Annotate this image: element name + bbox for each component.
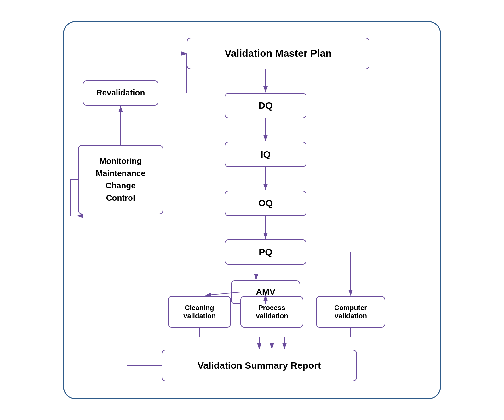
iq-box: IQ bbox=[225, 142, 306, 167]
vmp-box: Validation Master Plan bbox=[187, 38, 369, 69]
flowchart-container: Validation Master Plan DQ IQ OQ PQ AMV C… bbox=[63, 21, 441, 399]
computer-box: Computer Validation bbox=[316, 296, 385, 328]
cleaning-box: Cleaning Validation bbox=[168, 296, 231, 328]
process-box: Process Validation bbox=[240, 296, 303, 328]
monitoring-box: Monitoring Maintenance Change Control bbox=[78, 145, 163, 214]
oq-box: OQ bbox=[225, 191, 306, 216]
revalidation-box: Revalidation bbox=[83, 80, 158, 106]
dq-box: DQ bbox=[225, 93, 306, 118]
vsr-box: Validation Summary Report bbox=[162, 350, 357, 381]
pq-box: PQ bbox=[225, 239, 306, 265]
